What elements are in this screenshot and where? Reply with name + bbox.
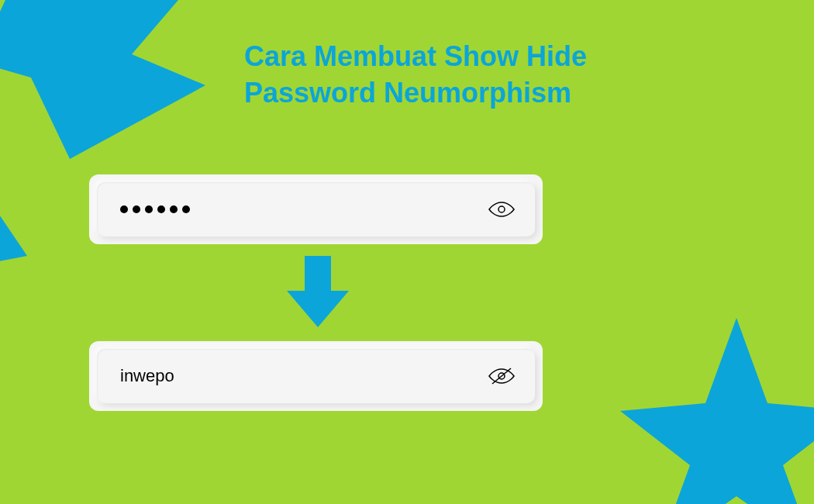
password-dot — [120, 205, 128, 213]
title-line-2: Password Neumorphism — [244, 77, 571, 109]
svg-marker-1 — [0, 136, 27, 271]
arrow-down-icon — [283, 256, 353, 330]
password-input-shown[interactable]: inwepo — [97, 349, 535, 403]
password-dots — [112, 205, 190, 213]
decorative-shape-top-left — [0, 0, 209, 163]
password-input-hidden-container — [89, 174, 543, 244]
svg-marker-4 — [287, 256, 349, 327]
password-value: inwepo — [112, 366, 174, 386]
svg-marker-2 — [620, 318, 814, 504]
title-line-1: Cara Membuat Show Hide — [244, 40, 587, 72]
password-input-shown-container: inwepo — [89, 341, 543, 411]
password-input-hidden[interactable] — [97, 182, 535, 236]
eye-show-icon[interactable] — [488, 200, 516, 219]
password-dot — [170, 205, 178, 213]
svg-point-3 — [498, 206, 505, 212]
password-dot — [133, 205, 140, 213]
password-dot — [182, 205, 190, 213]
decorative-shape-mid-left — [0, 136, 31, 275]
page-title: Cara Membuat Show Hide Password Neumorph… — [244, 39, 587, 112]
password-dot — [145, 205, 153, 213]
password-dot — [157, 205, 165, 213]
eye-hide-icon[interactable] — [488, 367, 516, 385]
decorative-shape-bottom-right — [620, 318, 814, 504]
